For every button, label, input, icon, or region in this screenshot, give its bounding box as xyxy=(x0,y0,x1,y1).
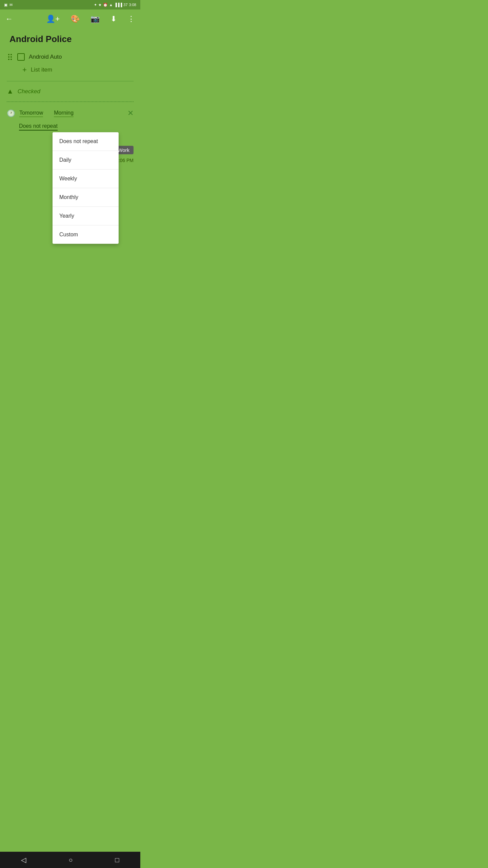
dropdown-item-weekly[interactable]: Weekly xyxy=(53,170,119,188)
dropdown-item-custom[interactable]: Custom xyxy=(53,225,119,244)
dropdown-item-yearly[interactable]: Yearly xyxy=(53,207,119,225)
dropdown-item-daily[interactable]: Daily xyxy=(53,151,119,170)
drag-dot xyxy=(8,59,9,60)
star-icon: ★ xyxy=(98,3,102,7)
chevron-up-icon[interactable]: ▲ xyxy=(7,87,14,95)
dropdown-item-monthly[interactable]: Monthly xyxy=(53,188,119,207)
list-item-checkbox[interactable] xyxy=(17,53,25,61)
more-options-icon[interactable]: ⋮ xyxy=(125,12,138,26)
main-content: Android Police Android Auto + List item xyxy=(0,28,140,139)
checked-label: Checked xyxy=(18,88,40,95)
status-bar: ▣ ✉ ✦ ★ ⏰ ▲ ▐▐▐ 37 3:08 xyxy=(0,0,140,9)
toolbar-right: 👤+ 🎨 📷 ⬇ ⋮ xyxy=(43,12,138,26)
dropdown-item-does-not-repeat[interactable]: Does not repeat xyxy=(53,132,119,151)
drag-dot xyxy=(8,56,9,58)
signal-icon: ▐▐▐ xyxy=(114,3,122,7)
add-person-icon[interactable]: 👤+ xyxy=(43,12,62,26)
toolbar: ← 👤+ 🎨 📷 ⬇ ⋮ xyxy=(0,9,140,28)
dotted-divider xyxy=(7,101,134,102)
drag-dot xyxy=(11,56,12,58)
bluetooth-icon: ✦ xyxy=(94,3,97,7)
drag-dot xyxy=(11,54,12,55)
reminder-row[interactable]: 🕐 Tomorrow Morning ✕ xyxy=(7,106,134,120)
palette-icon[interactable]: 🎨 xyxy=(68,12,82,26)
alarm-icon: ⏰ xyxy=(103,3,108,7)
status-bar-left: ▣ ✉ xyxy=(4,3,13,7)
toolbar-left: ← xyxy=(3,12,16,26)
repeat-row[interactable]: Does not repeat xyxy=(7,120,134,133)
drag-dot xyxy=(11,59,12,60)
clock-icon: 🕐 xyxy=(7,109,15,117)
download-icon[interactable]: ⬇ xyxy=(108,12,119,26)
drag-dot-row-2 xyxy=(8,56,12,58)
battery-icon: 37 xyxy=(123,3,127,7)
checked-section-row[interactable]: ▲ Checked xyxy=(7,85,134,97)
back-button[interactable]: ← xyxy=(3,12,16,26)
status-bar-right: ✦ ★ ⏰ ▲ ▐▐▐ 37 3:08 xyxy=(94,3,136,7)
reminder-time[interactable]: Morning xyxy=(54,110,74,117)
add-item-icon: + xyxy=(22,65,27,74)
repeat-label[interactable]: Does not repeat xyxy=(19,123,58,131)
list-item-row: Android Auto xyxy=(7,51,134,63)
drag-dot-row-1 xyxy=(8,54,12,55)
drag-dot xyxy=(8,54,9,55)
section-divider xyxy=(7,81,134,81)
add-item-row[interactable]: + List item xyxy=(22,63,134,77)
list-item-text[interactable]: Android Auto xyxy=(29,54,62,60)
notification-icon-1: ▣ xyxy=(4,3,7,7)
notification-icon-2: ✉ xyxy=(9,3,13,7)
time-display: 3:08 xyxy=(129,3,136,7)
camera-icon[interactable]: 📷 xyxy=(88,12,102,26)
note-title[interactable]: Android Police xyxy=(7,34,134,44)
wifi-icon: ▲ xyxy=(109,3,113,7)
drag-dot-row-3 xyxy=(8,59,12,60)
add-item-label[interactable]: List item xyxy=(31,66,52,73)
drag-handle[interactable] xyxy=(7,53,13,61)
reminder-date[interactable]: Tomorrow xyxy=(19,110,43,117)
close-reminder-button[interactable]: ✕ xyxy=(127,109,134,118)
repeat-dropdown: Does not repeat Daily Weekly Monthly Yea… xyxy=(53,132,119,244)
